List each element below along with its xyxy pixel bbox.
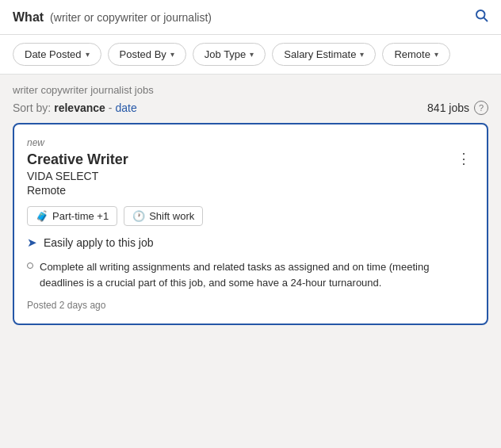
apply-arrow-icon: ➤ — [27, 235, 37, 250]
chevron-down-icon: ▾ — [170, 50, 174, 59]
filter-job-type-label: Job Type — [205, 48, 247, 60]
easy-apply-label: Easily apply to this job — [44, 236, 154, 249]
chevron-down-icon: ▾ — [250, 50, 254, 59]
svg-line-1 — [484, 17, 487, 21]
job-location: Remote — [27, 184, 128, 197]
clock-icon: 🕐 — [132, 210, 145, 222]
bullet-icon — [27, 262, 33, 269]
filter-date-posted[interactable]: Date Posted ▾ — [13, 43, 101, 66]
filter-remote-label: Remote — [394, 48, 430, 60]
sort-date-link[interactable]: date — [116, 101, 137, 114]
filter-date-posted-label: Date Posted — [25, 48, 82, 60]
filter-job-type[interactable]: Job Type ▾ — [193, 43, 266, 66]
filter-bar: Date Posted ▾ Posted By ▾ Job Type ▾ Sal… — [0, 35, 501, 75]
filter-salary-estimate-label: Salary Estimate — [284, 48, 356, 60]
search-button[interactable] — [474, 8, 488, 26]
chevron-down-icon: ▾ — [434, 50, 438, 59]
tag-part-time: 🧳 Part-time +1 — [27, 206, 117, 226]
tags-row: 🧳 Part-time +1 🕐 Shift work — [27, 206, 474, 226]
search-bar: What — [0, 0, 501, 35]
posted-date: Posted 2 days ago — [27, 300, 474, 311]
company-name: VIDA SELECT — [27, 170, 128, 182]
new-badge: new — [27, 137, 474, 148]
chevron-down-icon: ▾ — [86, 50, 90, 59]
chevron-down-icon: ▾ — [360, 50, 364, 59]
tag-shift-work: 🕐 Shift work — [124, 206, 203, 226]
filter-posted-by[interactable]: Posted By ▾ — [108, 43, 186, 66]
job-card-header: Creative Writer VIDA SELECT Remote ⋮ — [27, 151, 474, 205]
briefcase-icon: 🧳 — [36, 210, 48, 222]
sort-label: Sort by: — [13, 101, 51, 114]
easy-apply-row: ➤ Easily apply to this job — [27, 235, 474, 250]
jobs-count-area: 841 jobs ? — [427, 101, 488, 115]
sort-relevance: relevance — [54, 101, 105, 114]
tag-shift-work-label: Shift work — [149, 210, 194, 222]
job-title: Creative Writer — [27, 151, 128, 168]
filter-remote[interactable]: Remote ▾ — [382, 43, 450, 66]
more-options-button[interactable]: ⋮ — [453, 151, 474, 166]
breadcrumb: writer copywriter journalist jobs — [13, 84, 488, 96]
job-title-block: Creative Writer VIDA SELECT Remote — [27, 151, 128, 205]
tag-part-time-label: Part-time +1 — [52, 210, 109, 222]
results-area: writer copywriter journalist jobs Sort b… — [0, 75, 501, 325]
sort-row: Sort by: relevance - date 841 jobs ? — [13, 101, 488, 115]
job-card[interactable]: new Creative Writer VIDA SELECT Remote ⋮… — [13, 123, 488, 325]
help-icon[interactable]: ? — [474, 101, 488, 115]
jobs-count: 841 jobs — [427, 101, 469, 114]
search-input[interactable] — [50, 11, 468, 24]
sort-controls: Sort by: relevance - date — [13, 101, 137, 114]
filter-posted-by-label: Posted By — [120, 48, 166, 60]
bullet-text: Complete all writing assignments and rel… — [40, 259, 474, 290]
bullet-row: Complete all writing assignments and rel… — [27, 259, 474, 290]
filter-salary-estimate[interactable]: Salary Estimate ▾ — [272, 43, 376, 66]
search-what-label: What — [13, 10, 44, 25]
sort-separator: - — [109, 101, 113, 114]
